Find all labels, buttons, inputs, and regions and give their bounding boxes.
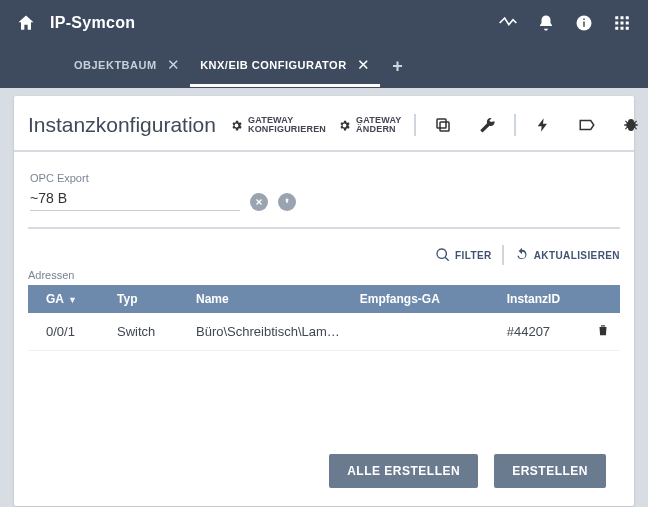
gear-icon: [338, 119, 351, 132]
separator: [514, 114, 516, 136]
svg-rect-12: [440, 122, 449, 131]
tag-icon[interactable]: [566, 110, 608, 140]
apps-icon[interactable]: [608, 9, 636, 37]
col-ga[interactable]: GA▼: [28, 285, 107, 313]
upload-icon[interactable]: [278, 193, 296, 211]
create-all-button[interactable]: ALLE ERSTELLEN: [329, 454, 478, 488]
page-title: Instanzkonfiguration: [28, 113, 216, 137]
svg-rect-2: [583, 19, 585, 21]
refresh-button[interactable]: AKTUALISIEREN: [514, 247, 620, 263]
svg-rect-4: [621, 16, 624, 19]
opc-export-label: OPC Export: [30, 172, 618, 184]
col-instanz[interactable]: InstanzID: [497, 285, 586, 313]
bolt-icon[interactable]: [522, 110, 564, 140]
divider: [28, 227, 620, 229]
svg-rect-3: [615, 16, 618, 19]
svg-rect-8: [626, 22, 629, 25]
copy-icon[interactable]: [422, 110, 464, 140]
tab-label: OBJEKTBAUM: [74, 59, 157, 71]
create-button[interactable]: ERSTELLEN: [494, 454, 606, 488]
activity-icon[interactable]: [494, 9, 522, 37]
tab-objektbaum[interactable]: OBJEKTBAUM ✕: [64, 46, 190, 87]
add-tab-button[interactable]: +: [380, 46, 415, 87]
svg-rect-10: [621, 27, 624, 30]
col-empfangs[interactable]: Empfangs-GA: [350, 285, 497, 313]
gear-icon: [230, 119, 243, 132]
close-icon[interactable]: ✕: [167, 56, 181, 74]
svg-rect-7: [621, 22, 624, 25]
clear-icon[interactable]: [250, 193, 268, 211]
svg-rect-5: [626, 16, 629, 19]
close-icon[interactable]: ✕: [357, 56, 371, 74]
svg-rect-13: [437, 119, 446, 128]
svg-rect-9: [615, 27, 618, 30]
table-row[interactable]: 0/0/1 Switch Büro\Schreibtisch\Lam… #442…: [28, 313, 620, 351]
wrench-icon[interactable]: [466, 110, 508, 140]
bug-icon[interactable]: [610, 110, 649, 140]
svg-rect-11: [626, 27, 629, 30]
filter-button[interactable]: FILTER: [435, 247, 492, 263]
col-typ[interactable]: Typ: [107, 285, 186, 313]
list-caption: Adressen: [28, 269, 620, 281]
sort-desc-icon: ▼: [68, 295, 77, 305]
bell-icon[interactable]: [532, 9, 560, 37]
addresses-table: GA▼ Typ Name Empfangs-GA InstanzID 0/0/1…: [28, 285, 620, 351]
delete-icon[interactable]: [586, 313, 620, 351]
svg-rect-1: [583, 22, 585, 27]
separator: [502, 245, 504, 265]
col-name[interactable]: Name: [186, 285, 350, 313]
info-icon[interactable]: [570, 9, 598, 37]
separator: [414, 114, 416, 136]
svg-rect-6: [615, 22, 618, 25]
gateway-configure-button[interactable]: GATEWAY KONFIGURIEREN: [226, 112, 330, 138]
app-title: IP-Symcon: [50, 14, 135, 32]
gateway-change-button[interactable]: GATEWAY ÄNDERN: [334, 112, 405, 138]
opc-export-input[interactable]: [30, 186, 240, 211]
home-icon[interactable]: [12, 9, 40, 37]
tab-knx-configurator[interactable]: KNX/EIB CONFIGURATOR ✕: [190, 46, 380, 87]
tab-label: KNX/EIB CONFIGURATOR: [200, 59, 347, 71]
